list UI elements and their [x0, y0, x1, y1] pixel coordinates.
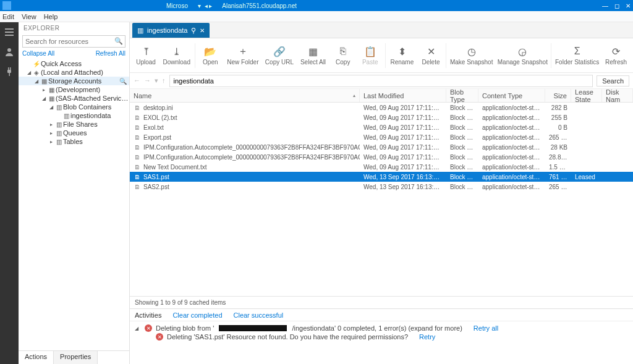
retry-all-link[interactable]: Retry all [474, 324, 498, 332]
explorer-title: EXPLORER [19, 22, 129, 34]
column-size[interactable]: Size [545, 89, 571, 102]
grid-footer: Showing 1 to 9 of 9 cached items [130, 296, 633, 308]
app-icon [2, 1, 11, 10]
file-modified: Wed, 09 Aug 2017 17:11:35 GMT [360, 124, 446, 131]
retry-link[interactable]: Retry [419, 333, 435, 341]
file-blob-type: Block Blob [446, 164, 478, 171]
menu-help[interactable]: Help [44, 13, 58, 20]
column-content-type[interactable]: Content Type [478, 89, 545, 102]
delete-button[interactable]: ✕Delete [417, 40, 444, 71]
file-blob-type: Block Blob [446, 154, 478, 161]
explorer-icon[interactable] [4, 27, 14, 37]
file-size: 282 B [545, 104, 571, 111]
activity-sub-row[interactable]: ✕ Deleting 'SAS1.pst' Resource not found… [135, 332, 628, 341]
manage-snapshot-button[interactable]: ◶Manage Snapshot [495, 40, 550, 71]
open-button[interactable]: 📂Open [197, 40, 224, 71]
minimize-button[interactable]: — [602, 2, 608, 9]
nav-more-icon[interactable]: ▾ [155, 77, 158, 85]
tree-sas-services[interactable]: ◢▦(SAS-Attached Services) [19, 94, 129, 103]
new-folder-button[interactable]: ＋New Folder [224, 40, 261, 71]
clear-successful-link[interactable]: Clear successful [234, 311, 284, 319]
activities-panel: Activities Clear completed Clear success… [130, 308, 633, 364]
nav-up-icon[interactable]: ↑ [162, 77, 166, 85]
table-row[interactable]: 🗎IPM.Configuration.Autocomplete_00000000… [130, 152, 633, 162]
tree-ingestiondata[interactable]: ▥ingestiondata [19, 111, 129, 120]
grid-header: Name▴ Last Modified Blob Type Content Ty… [130, 89, 633, 103]
table-row[interactable]: 🗎IPM.Configuration.Autocomplete_00000000… [130, 142, 633, 152]
collapse-all-link[interactable]: Collapse All [22, 50, 54, 57]
column-last-modified[interactable]: Last Modified [360, 89, 446, 102]
tree-search-icon[interactable]: 🔍 [119, 78, 127, 85]
search-icon[interactable]: 🔍 [114, 37, 123, 45]
table-row[interactable]: 🗎Export.pstWed, 09 Aug 2017 17:11:35 GMT… [130, 132, 633, 142]
file-size: 255 B [545, 114, 571, 121]
column-blob-type[interactable]: Blob Type [446, 89, 478, 102]
column-name[interactable]: Name▴ [130, 89, 360, 102]
error-icon: ✕ [145, 324, 152, 332]
refresh-button[interactable]: ⟳Refresh [601, 40, 631, 71]
download-button[interactable]: ⤓Download [159, 40, 193, 71]
table-row[interactable]: 🗎Exol.txtWed, 09 Aug 2017 17:11:35 GMTBl… [130, 122, 633, 132]
file-name: New Text Document.txt [143, 164, 207, 171]
document-tabs: ▥ ingestiondata ⚲ ✕ [130, 22, 633, 38]
copy-url-icon: 🔗 [273, 45, 286, 57]
tree-queues[interactable]: ▸▥Queues [19, 129, 129, 137]
tree-blob-containers[interactable]: ◢▥Blob Containers [19, 103, 129, 111]
file-content-type: application/octet-stream [478, 144, 545, 151]
menu-view[interactable]: View [22, 13, 36, 20]
error-icon: ✕ [156, 333, 163, 341]
folder-stats-button[interactable]: ΣFolder Statistics [553, 40, 601, 71]
doctab-label: ingestiondata [147, 27, 187, 34]
file-icon: 🗎 [134, 173, 141, 180]
table-row[interactable]: 🗎desktop.iniWed, 09 Aug 2017 17:11:35 GM… [130, 103, 633, 112]
doctab-ingestiondata[interactable]: ▥ ingestiondata ⚲ ✕ [132, 23, 210, 38]
plug-icon[interactable] [4, 67, 14, 77]
close-tab-icon[interactable]: ✕ [200, 27, 205, 34]
tree-local-attached[interactable]: ◢◈(Local and Attached) [19, 68, 129, 77]
column-disk-name[interactable]: Disk Nam [602, 89, 633, 102]
tree-development[interactable]: ▸▦(Development) [19, 85, 129, 94]
activity-row[interactable]: ◢ ✕ Deleting blob from ' /ingestiondata'… [135, 324, 628, 332]
table-row[interactable]: 🗎SAS2.pstWed, 13 Sep 2017 16:13:41 GMTBl… [130, 182, 633, 192]
menu-edit[interactable]: Edit [2, 13, 14, 20]
table-row[interactable]: 🗎SAS1.pstWed, 13 Sep 2017 16:13:41 GMTBl… [130, 172, 633, 182]
select-all-button[interactable]: ▦Select All [297, 40, 329, 71]
copy-url-button[interactable]: 🔗Copy URL [262, 40, 297, 71]
file-icon: 🗎 [134, 163, 141, 171]
refresh-all-link[interactable]: Refresh All [96, 50, 125, 57]
tab-properties[interactable]: Properties [54, 351, 98, 364]
tree-tables[interactable]: ▸▥Tables [19, 137, 129, 146]
search-button[interactable]: Search [597, 75, 629, 87]
copy-button[interactable]: ⎘Copy [329, 40, 357, 71]
explorer-panel: EXPLORER 🔍 Collapse All Refresh All ⚡Qui… [19, 22, 130, 364]
table-row[interactable]: 🗎EXOL (2).txtWed, 09 Aug 2017 17:11:35 G… [130, 112, 633, 122]
paste-button[interactable]: 📋Paste [357, 40, 384, 71]
rename-button[interactable]: ⬍Rename [387, 40, 417, 71]
close-button[interactable]: ✕ [626, 2, 631, 9]
upload-button[interactable]: ⤒Upload [132, 40, 159, 71]
maximize-button[interactable]: ◻ [614, 2, 619, 9]
tab-actions[interactable]: Actions [19, 351, 54, 364]
clear-completed-link[interactable]: Clear completed [172, 311, 222, 319]
file-modified: Wed, 13 Sep 2017 16:13:41 GMT [360, 184, 446, 190]
file-blob-type: Block Blob [446, 184, 478, 190]
tree-storage-accounts[interactable]: ◢▦Storage Accounts🔍 [19, 77, 129, 85]
make-snapshot-button[interactable]: ◷Make Snapshot [448, 40, 495, 71]
file-blob-type: Block Blob [446, 134, 478, 141]
file-lease: Leased [571, 174, 602, 180]
account-icon[interactable] [4, 47, 14, 57]
search-input[interactable] [22, 35, 125, 48]
new-folder-icon: ＋ [238, 45, 248, 57]
tree-quick-access[interactable]: ⚡Quick Access [19, 59, 129, 68]
status-text: Showing 1 to 9 of 9 cached items [135, 299, 226, 306]
expand-icon[interactable]: ◢ [135, 326, 141, 331]
nav-back-icon[interactable]: ← [134, 77, 140, 85]
column-lease-state[interactable]: Lease State [571, 89, 602, 102]
nav-forward-icon[interactable]: → [144, 77, 151, 85]
file-name: IPM.Configuration.Autocomplete_000000000… [143, 144, 360, 151]
make-snapshot-icon: ◷ [467, 45, 476, 57]
breadcrumb-input[interactable] [169, 75, 593, 87]
table-row[interactable]: 🗎New Text Document.txtWed, 09 Aug 2017 1… [130, 162, 633, 172]
tree-file-shares[interactable]: ▸▥File Shares [19, 120, 129, 129]
pin-icon[interactable]: ⚲ [191, 27, 196, 35]
